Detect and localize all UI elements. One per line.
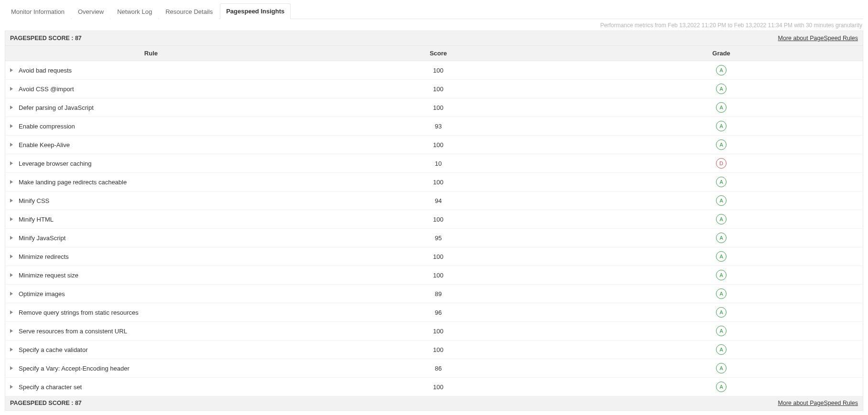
pagespeed-rules-table: Rule Score Grade Avoid bad requests100AA… — [5, 46, 863, 396]
rule-score: 100 — [297, 61, 580, 80]
expand-row-icon[interactable] — [10, 236, 13, 240]
rule-score: 100 — [297, 98, 580, 117]
expand-row-icon[interactable] — [10, 180, 13, 184]
tab-pagespeed-insights[interactable]: Pagespeed Insights — [220, 3, 291, 19]
rule-name: Avoid bad requests — [19, 67, 72, 74]
rule-score: 100 — [297, 341, 580, 359]
expand-row-icon[interactable] — [10, 87, 13, 91]
expand-row-icon[interactable] — [10, 161, 13, 165]
table-row: Avoid CSS @import100A — [5, 80, 863, 98]
rule-score: 10 — [297, 154, 580, 173]
rule-score: 95 — [297, 229, 580, 247]
tab-resource-details[interactable]: Resource Details — [159, 4, 219, 19]
more-pagespeed-rules-link[interactable]: More about PageSpeed Rules — [778, 35, 858, 42]
tab-overview[interactable]: Overview — [72, 4, 110, 19]
table-row: Minimize redirects100A — [5, 247, 863, 266]
expand-row-icon[interactable] — [10, 217, 13, 221]
rule-name: Minimize request size — [19, 272, 78, 279]
grade-badge: A — [716, 121, 727, 131]
grade-badge: A — [716, 288, 727, 299]
rule-name: Remove query strings from static resourc… — [19, 309, 139, 316]
expand-row-icon[interactable] — [10, 348, 13, 351]
rule-score: 93 — [297, 117, 580, 136]
table-row: Serve resources from a consistent URL100… — [5, 322, 863, 341]
rule-score: 86 — [297, 359, 580, 378]
rule-name: Minify HTML — [19, 216, 54, 223]
rule-score: 100 — [297, 378, 580, 396]
rule-name: Leverage browser caching — [19, 160, 91, 167]
grade-badge: A — [716, 382, 727, 392]
table-row: Enable compression93A — [5, 117, 863, 136]
expand-row-icon[interactable] — [10, 124, 13, 128]
rule-score: 100 — [297, 80, 580, 98]
table-row: Specify a character set100A — [5, 378, 863, 396]
table-row: Remove query strings from static resourc… — [5, 303, 863, 322]
tab-network-log[interactable]: Network Log — [111, 4, 158, 19]
grade-badge: D — [716, 158, 727, 169]
rule-score: 100 — [297, 322, 580, 341]
expand-row-icon[interactable] — [10, 366, 13, 370]
grade-badge: A — [716, 177, 727, 187]
rule-name: Minify CSS — [19, 197, 49, 204]
rule-score: 96 — [297, 303, 580, 322]
expand-row-icon[interactable] — [10, 255, 13, 258]
rule-score: 94 — [297, 192, 580, 210]
grade-badge: A — [716, 102, 727, 113]
table-row: Specify a cache validator100A — [5, 341, 863, 359]
rule-name: Specify a cache validator — [19, 346, 88, 353]
expand-row-icon[interactable] — [10, 385, 13, 389]
rule-name: Optimize images — [19, 290, 65, 298]
expand-row-icon[interactable] — [10, 292, 13, 296]
rule-score: 100 — [297, 247, 580, 266]
rule-name: Defer parsing of JavaScript — [19, 104, 94, 111]
grade-badge: A — [716, 251, 727, 262]
tab-monitor-information[interactable]: Monitor Information — [5, 4, 71, 19]
grade-badge: A — [716, 233, 727, 243]
table-row: Minify CSS94A — [5, 192, 863, 210]
table-row: Minimize request size100A — [5, 266, 863, 285]
rule-name: Enable Keep-Alive — [19, 141, 70, 149]
grade-badge: A — [716, 326, 727, 336]
pagespeed-score-label: PAGESPEED SCORE : 87 — [10, 35, 82, 42]
grade-badge: A — [716, 195, 727, 206]
table-header-row: Rule Score Grade — [5, 46, 863, 61]
rule-name: Minimize redirects — [19, 253, 69, 260]
table-row: Minify HTML100A — [5, 210, 863, 229]
grade-badge: A — [716, 65, 727, 75]
grade-badge: A — [716, 363, 727, 373]
grade-badge: A — [716, 139, 727, 150]
table-row: Minify JavaScript95A — [5, 229, 863, 247]
table-row: Avoid bad requests100A — [5, 61, 863, 80]
rule-name: Enable compression — [19, 123, 75, 130]
rule-score: 100 — [297, 136, 580, 154]
col-header-score: Score — [297, 46, 580, 61]
metrics-range-text: Performance metrics from Feb 13,2022 11:… — [6, 22, 862, 29]
col-header-rule: Rule — [5, 46, 297, 61]
grade-badge: A — [716, 307, 727, 318]
pagespeed-score-header: PAGESPEED SCORE : 87 More about PageSpee… — [5, 31, 863, 46]
rule-name: Minify JavaScript — [19, 234, 65, 242]
table-row: Make landing page redirects cacheable100… — [5, 173, 863, 192]
expand-row-icon[interactable] — [10, 329, 13, 333]
rule-name: Specify a Vary: Accept-Encoding header — [19, 365, 130, 372]
expand-row-icon[interactable] — [10, 199, 13, 202]
rule-name: Specify a character set — [19, 383, 82, 391]
rule-score: 100 — [297, 210, 580, 229]
expand-row-icon[interactable] — [10, 273, 13, 277]
rule-name: Avoid CSS @import — [19, 85, 74, 93]
table-row: Specify a Vary: Accept-Encoding header86… — [5, 359, 863, 378]
pagespeed-score-label-footer: PAGESPEED SCORE : 87 — [10, 400, 82, 406]
grade-badge: A — [716, 270, 727, 280]
expand-row-icon[interactable] — [10, 143, 13, 147]
tab-bar: Monitor InformationOverviewNetwork LogRe… — [5, 3, 863, 19]
expand-row-icon[interactable] — [10, 68, 13, 72]
expand-row-icon[interactable] — [10, 106, 13, 109]
grade-badge: A — [716, 344, 727, 355]
rule-name: Make landing page redirects cacheable — [19, 179, 127, 186]
expand-row-icon[interactable] — [10, 310, 13, 314]
more-pagespeed-rules-link-footer[interactable]: More about PageSpeed Rules — [778, 400, 858, 406]
pagespeed-score-footer: PAGESPEED SCORE : 87 More about PageSpee… — [5, 396, 863, 411]
table-row: Enable Keep-Alive100A — [5, 136, 863, 154]
table-row: Defer parsing of JavaScript100A — [5, 98, 863, 117]
rule-score: 89 — [297, 285, 580, 303]
